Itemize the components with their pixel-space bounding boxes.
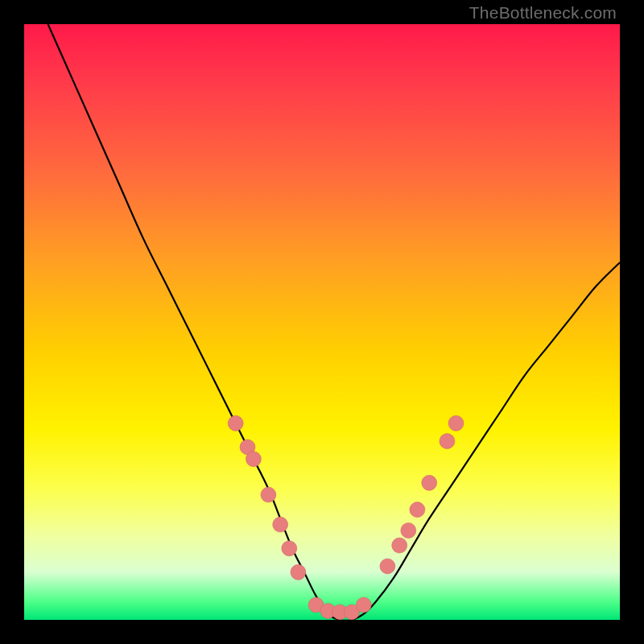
curve-marker: [410, 502, 425, 518]
curve-marker: [422, 475, 437, 490]
curve-marker: [440, 434, 455, 449]
curve-marker: [401, 523, 416, 539]
chart-frame: TheBottleneck.com: [0, 0, 644, 644]
curve-marker: [356, 597, 371, 613]
curve-markers: [228, 415, 464, 620]
curve-marker: [392, 538, 407, 553]
curve-marker: [282, 541, 297, 556]
curve-marker: [273, 517, 288, 532]
curve-marker: [246, 452, 261, 467]
watermark-text: TheBottleneck.com: [469, 3, 617, 23]
curve-marker: [448, 415, 464, 431]
plot-area: [24, 24, 620, 620]
curve-marker: [228, 415, 243, 431]
curve-marker: [261, 487, 276, 502]
curve-marker: [380, 559, 395, 574]
curve-marker: [291, 564, 306, 580]
bottleneck-curve: [48, 24, 620, 620]
curve-layer: [24, 24, 620, 620]
